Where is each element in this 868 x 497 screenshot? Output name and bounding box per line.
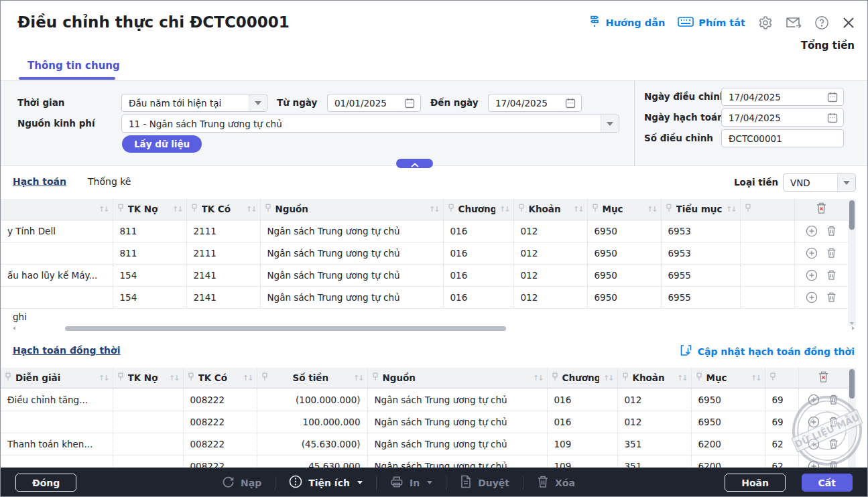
sort-icon[interactable]: ↑↓ — [353, 374, 363, 382]
hach-toan-cell[interactable] — [740, 242, 794, 264]
dong-thoi-cell[interactable] — [113, 455, 183, 468]
dong-thoi-cell[interactable]: (100.000.000) — [257, 388, 367, 411]
delete-row-icon[interactable] — [828, 438, 839, 450]
dong-thoi-row[interactable]: Điều chỉnh tăng...008222(100.000.000)Ngâ… — [1, 388, 848, 411]
dong-thoi-cell[interactable]: 351 — [617, 455, 691, 468]
dropdown-caret-icon[interactable] — [601, 115, 619, 132]
pin-icon[interactable] — [188, 372, 194, 383]
dropdown-caret-icon[interactable] — [837, 174, 855, 191]
hach-toan-cell[interactable]: 154 — [113, 286, 186, 308]
hach-toan-cell[interactable]: 2111 — [186, 242, 260, 264]
hach-toan-cell[interactable]: y Tính Dell — [1, 220, 113, 242]
dong-thoi-cell[interactable]: Thanh toán khen... — [1, 433, 113, 455]
ngay-hach-toan-input[interactable]: 17/04/2025 — [721, 109, 844, 127]
table1-horizontal-scrollbar[interactable] — [11, 326, 855, 332]
sort-icon[interactable]: ↑↓ — [99, 205, 108, 214]
pin-icon[interactable] — [5, 372, 11, 383]
nap-button[interactable]: Nạp — [222, 476, 261, 490]
sort-icon[interactable]: ↑↓ — [246, 205, 255, 214]
delete-row-icon[interactable] — [826, 247, 836, 259]
delete-row-icon[interactable] — [826, 269, 836, 281]
dong-thoi-cell[interactable] — [1, 455, 113, 468]
lay-du-lieu-button[interactable]: Lấy dữ liệu — [122, 135, 202, 153]
sort-icon[interactable]: ↑↓ — [172, 205, 182, 214]
table1-vertical-scrollbar[interactable] — [848, 199, 856, 326]
hach-toan-cell[interactable] — [1, 286, 113, 308]
dong-thoi-cell[interactable]: 008222 — [183, 455, 257, 468]
dong-thoi-cell[interactable]: (45.630.000) — [257, 433, 367, 455]
pin-icon[interactable] — [518, 204, 525, 214]
dong-button[interactable]: Đóng — [15, 474, 76, 492]
pin-icon[interactable] — [552, 372, 558, 383]
hach-toan-cell[interactable]: 2141 — [186, 286, 260, 308]
collapse-filter-button[interactable] — [396, 159, 433, 168]
pin-icon[interactable] — [372, 372, 379, 383]
dong-thoi-row[interactable]: 00822245.630.000Ngân sách Trung ương tự … — [1, 455, 848, 468]
close-icon[interactable] — [842, 16, 855, 29]
hach-toan-cell[interactable] — [1, 242, 113, 264]
hach-toan-cell[interactable]: Ngân sách Trung ương tự chủ — [260, 264, 443, 286]
calendar-icon[interactable] — [404, 98, 415, 109]
tab-hach-toan[interactable]: Hạch toán — [13, 176, 66, 187]
hach-toan-cell[interactable]: 016 — [443, 264, 513, 286]
dong-thoi-cell[interactable]: 6200 — [691, 455, 765, 468]
dong-thoi-cell[interactable]: 6950 — [691, 388, 765, 411]
sort-icon[interactable]: ↑↓ — [647, 205, 656, 214]
dong-thoi-cell[interactable]: 008222 — [183, 388, 257, 411]
hach-toan-cell[interactable]: 012 — [513, 264, 587, 286]
dong-thoi-cell[interactable]: 100.000.000 — [257, 411, 367, 433]
duyet-button[interactable]: Duyệt — [460, 475, 509, 490]
tien-ich-button[interactable]: Tiện ích — [289, 475, 363, 490]
hach-toan-row[interactable]: 8112111Ngân sách Trung ương tự chủ016012… — [1, 242, 848, 264]
hach-toan-cell[interactable]: 6950 — [587, 286, 661, 308]
pin-icon[interactable] — [745, 204, 751, 214]
hach-toan-cell[interactable]: 6950 — [587, 264, 661, 286]
sort-icon[interactable]: ↑↓ — [499, 205, 509, 214]
hach-toan-cell[interactable]: 6955 — [661, 286, 740, 308]
add-row-icon[interactable] — [806, 225, 818, 237]
sort-icon[interactable]: ↑↓ — [429, 205, 438, 214]
pin-icon[interactable] — [117, 204, 124, 214]
hach-toan-cell[interactable] — [740, 286, 794, 308]
pin-icon[interactable] — [666, 204, 672, 214]
thoi-gian-select[interactable]: Đầu năm tới hiện tại — [121, 94, 267, 112]
dong-thoi-cell[interactable]: 6200 — [691, 433, 765, 455]
delete-row-icon[interactable] — [828, 460, 839, 468]
dong-thoi-cell[interactable]: 016 — [547, 411, 617, 433]
dropdown-caret-icon[interactable] — [249, 94, 267, 111]
dong-thoi-cell[interactable]: 008222 — [183, 433, 257, 455]
pin-icon[interactable] — [265, 204, 271, 214]
dong-thoi-cell[interactable]: 351 — [617, 433, 691, 455]
hach-toan-cell[interactable] — [740, 264, 794, 286]
dong-thoi-cell[interactable]: Ngân sách Trung ương tự chủ — [367, 433, 547, 455]
hoan-button[interactable]: Hoãn — [725, 474, 786, 492]
add-row-icon[interactable] — [806, 269, 818, 281]
hach-toan-cell[interactable]: 016 — [443, 220, 513, 242]
dong-thoi-cell[interactable]: 62 — [765, 455, 798, 468]
dong-thoi-cell[interactable]: 69 — [765, 411, 798, 433]
hach-toan-cell[interactable]: 6950 — [587, 242, 661, 264]
in-button[interactable]: In — [390, 476, 432, 490]
hach-toan-cell[interactable]: 154 — [113, 264, 186, 286]
add-row-icon[interactable] — [806, 291, 818, 303]
hach-toan-dong-thoi-link[interactable]: Hạch toán đồng thời — [13, 345, 120, 356]
sort-icon[interactable]: ↑↓ — [751, 374, 760, 382]
hach-toan-cell[interactable]: Ngân sách Trung ương tự chủ — [260, 242, 443, 264]
update-sync-link[interactable]: Cập nhật hạch toán đồng thời — [680, 344, 855, 359]
pin-icon[interactable] — [448, 204, 454, 214]
delete-all-icon[interactable] — [798, 368, 848, 388]
dong-thoi-cell[interactable] — [1, 411, 113, 433]
ngay-dieu-chinh-input[interactable]: 17/04/2025 — [721, 88, 844, 106]
so-dieu-chinh-input[interactable]: ĐCTC00001 — [721, 129, 844, 147]
add-row-icon[interactable] — [808, 438, 820, 450]
tu-ngay-input[interactable]: 01/01/2025 — [327, 94, 421, 112]
dong-thoi-cell[interactable]: 012 — [617, 388, 691, 411]
sort-icon[interactable]: ↑↓ — [603, 374, 613, 382]
sort-icon[interactable]: ↑↓ — [99, 374, 108, 382]
hach-toan-cell[interactable]: 012 — [513, 286, 587, 308]
dong-thoi-cell[interactable]: 45.630.000 — [257, 455, 367, 468]
hach-toan-row[interactable]: 1542141Ngân sách Trung ương tự chủ016012… — [1, 286, 848, 308]
hach-toan-cell[interactable]: 012 — [513, 242, 587, 264]
hach-toan-cell[interactable]: 811 — [113, 220, 186, 242]
hach-toan-cell[interactable]: 016 — [443, 286, 513, 308]
